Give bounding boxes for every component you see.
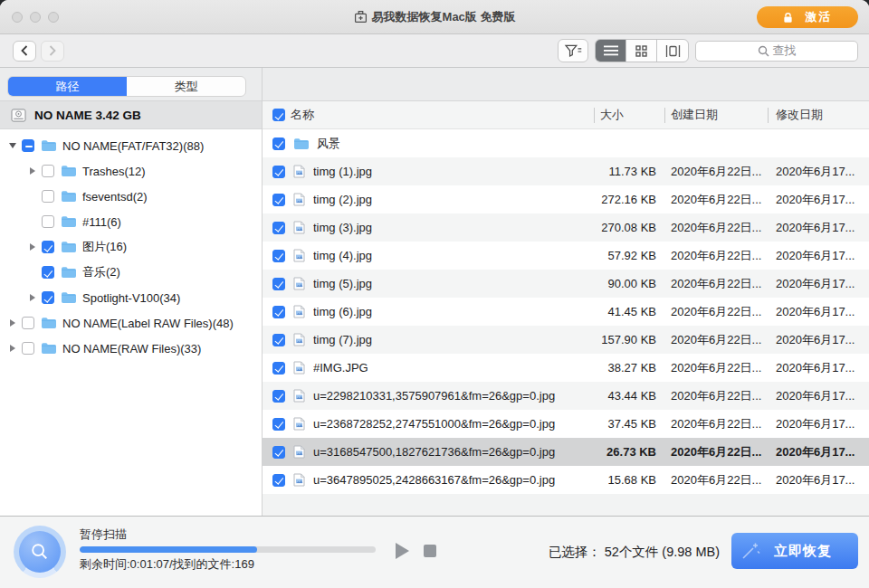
table-row[interactable]: 风景 xyxy=(263,129,869,157)
checkbox[interactable] xyxy=(272,474,285,487)
file-created-date: 2020年6月22日... xyxy=(664,220,768,236)
file-name: timg (7).jpg xyxy=(313,333,372,346)
sidebar-tree-item[interactable]: Spotlight-V100(34) xyxy=(0,285,262,310)
column-header-name[interactable]: 名称 xyxy=(263,101,594,128)
table-row[interactable]: timg (7).jpg157.90 KB2020年6月22日...2020年6… xyxy=(263,326,869,354)
resume-scan-button[interactable] xyxy=(396,543,409,559)
table-row[interactable]: u=2368728252,2747551000&fm=26&gp=0.jpg37… xyxy=(263,410,869,438)
disclosure-icon[interactable] xyxy=(7,318,18,328)
file-name: u=3168547500,1827621736&fm=26&gp=0.jpg xyxy=(313,445,555,459)
table-row[interactable]: timg (4).jpg57.92 KB2020年6月22日...2020年6月… xyxy=(263,242,869,270)
image-file-icon xyxy=(293,249,305,262)
image-file-icon xyxy=(293,473,305,487)
checkbox[interactable] xyxy=(272,278,285,290)
column-header-created[interactable]: 创建日期 xyxy=(664,101,768,128)
disclosure-icon[interactable] xyxy=(7,140,18,151)
sidebar-tree-item[interactable]: NO NAME(FAT/FAT32)(88) xyxy=(0,133,262,158)
disclosure-icon xyxy=(27,191,38,202)
checkbox[interactable] xyxy=(272,418,285,431)
checkbox[interactable] xyxy=(272,222,285,234)
file-modified-date: 2020年6月17... xyxy=(768,360,869,376)
tree-item-label: #111(6) xyxy=(82,215,121,229)
checkbox[interactable] xyxy=(272,166,285,178)
file-size: 26.73 KB xyxy=(594,445,664,459)
table-row[interactable]: timg (3).jpg270.08 KB2020年6月22日...2020年6… xyxy=(263,213,869,242)
grid-view-icon xyxy=(635,45,647,57)
table-row[interactable]: timg (1).jpg11.73 KB2020年6月22日...2020年6月… xyxy=(263,157,869,185)
table-row[interactable]: #IMG.JPG38.27 KB2020年6月22日...2020年6月17..… xyxy=(263,354,869,382)
checkbox[interactable] xyxy=(272,306,285,318)
file-created-date: 2020年6月22日... xyxy=(664,472,768,488)
checkbox[interactable] xyxy=(42,291,54,304)
checkbox[interactable] xyxy=(272,362,285,375)
checkbox[interactable] xyxy=(42,241,54,253)
checkbox[interactable] xyxy=(22,139,34,152)
device-header[interactable]: NO NAME 3.42 GB xyxy=(0,101,262,129)
checkbox[interactable] xyxy=(272,334,285,346)
table-row[interactable]: timg (5).jpg90.00 KB2020年6月22日...2020年6月… xyxy=(263,270,869,298)
magic-wand-icon xyxy=(739,539,762,563)
activate-button[interactable]: 激活 xyxy=(757,6,858,28)
back-button[interactable] xyxy=(13,41,36,62)
sidebar-tab-band: 路径 类型 xyxy=(0,68,262,101)
sidebar-tree-item[interactable]: NO NAME(Label RAW Files)(48) xyxy=(0,310,262,336)
column-header-modified[interactable]: 修改日期 xyxy=(768,101,869,128)
sidebar-tree-item[interactable]: Trashes(12) xyxy=(0,158,262,184)
tree-item-label: Spotlight-V100(34) xyxy=(82,291,180,305)
minimize-button[interactable] xyxy=(30,12,41,23)
forward-button[interactable] xyxy=(41,41,64,62)
filter-button[interactable] xyxy=(558,39,588,62)
sidebar-tree-item[interactable]: fseventsd(2) xyxy=(0,184,262,209)
sidebar-tree-item[interactable]: 图片(16) xyxy=(0,234,262,260)
close-button[interactable] xyxy=(12,12,23,23)
table-row[interactable]: u=3168547500,1827621736&fm=26&gp=0.jpg26… xyxy=(263,438,869,466)
window-title: 易我数据恢复Mac版 免费版 xyxy=(372,9,516,25)
zoom-button[interactable] xyxy=(48,12,59,23)
checkbox[interactable] xyxy=(272,250,285,262)
disclosure-icon[interactable] xyxy=(27,166,38,176)
folder-icon xyxy=(61,190,76,203)
file-name: timg (2).jpg xyxy=(313,193,372,206)
sidebar-tree-item[interactable]: NO NAME(RAW Files)(33) xyxy=(0,336,262,361)
file-size: 90.00 KB xyxy=(594,277,664,290)
stop-scan-button[interactable] xyxy=(424,545,436,557)
list-view-button[interactable] xyxy=(596,40,626,62)
disclosure-icon xyxy=(27,216,38,227)
sidebar-tree-item[interactable]: 音乐(2) xyxy=(0,260,262,285)
checkbox[interactable] xyxy=(22,342,34,355)
checkbox[interactable] xyxy=(272,446,285,459)
search-input[interactable]: 查找 xyxy=(695,41,858,62)
table-row[interactable]: u=2298210331,3575907961&fm=26&gp=0.jpg43… xyxy=(263,382,869,410)
disclosure-icon[interactable] xyxy=(7,343,18,354)
table-header: 名称 大小 创建日期 修改日期 xyxy=(263,101,869,129)
disclosure-icon[interactable] xyxy=(27,292,38,303)
checkbox[interactable] xyxy=(272,138,285,150)
tree-item-label: NO NAME(Label RAW Files)(48) xyxy=(62,317,234,330)
checkbox[interactable] xyxy=(22,317,34,329)
grid-view-button[interactable] xyxy=(626,40,657,62)
checkbox[interactable] xyxy=(272,194,285,206)
file-created-date: 2020年6月22日... xyxy=(664,164,768,180)
list-view-icon xyxy=(604,45,618,56)
checkbox[interactable] xyxy=(42,190,54,203)
recover-now-button[interactable]: 立即恢复 xyxy=(731,533,858,569)
sidebar-tree-item[interactable]: #111(6) xyxy=(0,209,262,234)
table-row[interactable]: u=3647895025,2428663167&fm=26&gp=0.jpg15… xyxy=(263,466,869,494)
tab-type[interactable]: 类型 xyxy=(127,77,245,96)
scan-status-label: 暂停扫描 xyxy=(80,526,127,543)
checkbox[interactable] xyxy=(42,266,54,279)
table-row[interactable]: timg (2).jpg272.16 KB2020年6月22日...2020年6… xyxy=(263,185,869,213)
filter-icon xyxy=(564,43,583,58)
disclosure-icon[interactable] xyxy=(27,242,38,252)
column-header-size[interactable]: 大小 xyxy=(594,101,664,128)
table-row[interactable]: timg (6).jpg41.45 KB2020年6月22日...2020年6月… xyxy=(263,298,869,326)
image-file-icon xyxy=(293,417,305,431)
checkbox[interactable] xyxy=(42,215,54,228)
folder-icon xyxy=(61,165,76,177)
checkbox[interactable] xyxy=(42,165,54,177)
select-all-checkbox[interactable] xyxy=(272,109,285,121)
checkbox[interactable] xyxy=(272,390,285,403)
image-file-icon xyxy=(293,165,305,178)
tab-path[interactable]: 路径 xyxy=(8,77,127,96)
column-view-button[interactable] xyxy=(657,40,688,62)
